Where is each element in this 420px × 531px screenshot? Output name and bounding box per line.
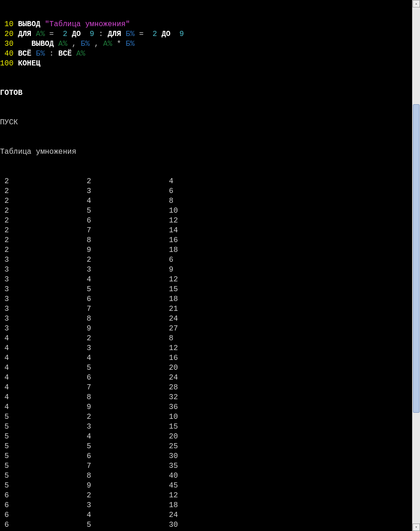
col-c: 24 xyxy=(164,510,178,520)
table-row: 3 8 24 xyxy=(0,314,412,324)
col-a: 6 xyxy=(0,520,82,530)
col-c: 16 xyxy=(164,236,178,245)
col-a: 4 xyxy=(0,334,82,344)
code-token: = xyxy=(135,30,152,38)
code-token: А% xyxy=(76,50,85,58)
col-a: 3 xyxy=(0,265,82,275)
table-row: 4 6 24 xyxy=(0,373,412,383)
code-token: Б% xyxy=(126,40,135,48)
col-c: 40 xyxy=(164,471,178,481)
col-c: 4 xyxy=(164,177,173,187)
col-a: 3 xyxy=(0,294,82,304)
table-row: 2 7 14 xyxy=(0,226,412,236)
col-a: 3 xyxy=(0,275,82,285)
table-row: 5 4 20 xyxy=(0,432,412,442)
code-token: А% xyxy=(103,40,112,48)
col-c: 18 xyxy=(164,294,178,304)
col-c: 36 xyxy=(164,402,178,412)
col-b: 2 xyxy=(82,491,164,501)
col-c: 8 xyxy=(164,196,173,206)
col-b: 3 xyxy=(82,501,164,510)
col-a: 5 xyxy=(0,461,82,471)
table-row: 4 3 12 xyxy=(0,344,412,353)
col-c: 21 xyxy=(164,304,178,314)
scroll-up-button[interactable]: ▴ xyxy=(413,0,420,7)
scroll-down-button[interactable]: ▾ xyxy=(413,524,420,531)
col-c: 12 xyxy=(164,275,178,285)
code-line: 30 ВЫВОД А% , Б% , А% * Б% xyxy=(0,39,412,49)
col-b: 4 xyxy=(82,432,164,442)
col-b: 7 xyxy=(82,383,164,393)
col-c: 12 xyxy=(164,491,178,501)
col-c: 35 xyxy=(164,461,178,471)
col-a: 2 xyxy=(0,187,82,196)
col-c: 16 xyxy=(164,353,178,363)
table-row: 6 3 18 xyxy=(0,501,412,510)
scrollbar-track[interactable] xyxy=(413,7,420,524)
table-row: 3 9 27 xyxy=(0,324,412,334)
col-a: 6 xyxy=(0,510,82,520)
col-b: 2 xyxy=(82,255,164,265)
table-row: 3 6 18 xyxy=(0,294,412,304)
vertical-scrollbar[interactable]: ▴ ▾ xyxy=(412,0,420,531)
col-c: 30 xyxy=(164,520,178,530)
col-c: 10 xyxy=(164,412,178,422)
table-row: 5 6 30 xyxy=(0,452,412,461)
code-token: ДО xyxy=(67,30,90,38)
table-row: 6 2 12 xyxy=(0,491,412,501)
terminal-output: 10 ВЫВОД "Таблица умножения" 20 ДЛЯ А% =… xyxy=(0,0,412,531)
code-token: : xyxy=(45,50,58,58)
col-b: 5 xyxy=(82,206,164,216)
col-b: 8 xyxy=(82,236,164,245)
table-row: 5 5 25 xyxy=(0,442,412,452)
code-token: 2 xyxy=(152,30,157,38)
col-c: 6 xyxy=(164,187,173,196)
col-a: 4 xyxy=(0,402,82,412)
col-c: 24 xyxy=(164,373,178,383)
col-a: 2 xyxy=(0,177,82,187)
table-row: 2 6 12 xyxy=(0,216,412,226)
code-token: , xyxy=(90,40,103,48)
col-a: 4 xyxy=(0,393,82,402)
code-token: 9 xyxy=(90,30,94,38)
col-a: 4 xyxy=(0,353,82,363)
table-row: 2 4 8 xyxy=(0,196,412,206)
table-row: 3 3 9 xyxy=(0,265,412,275)
col-a: 6 xyxy=(0,491,82,501)
col-b: 3 xyxy=(82,265,164,275)
code-token: КОНЕЦ xyxy=(18,59,40,68)
code-token: * xyxy=(112,40,126,48)
code-token: ДЛЯ xyxy=(18,30,36,38)
table-row: 4 7 28 xyxy=(0,383,412,393)
ready-prompt: ГОТОВ xyxy=(0,88,412,98)
scrollbar-thumb[interactable] xyxy=(413,104,420,413)
col-a: 5 xyxy=(0,452,82,461)
col-c: 27 xyxy=(164,324,178,334)
code-line: 100 КОНЕЦ xyxy=(0,59,412,69)
code-token: , xyxy=(67,40,81,48)
col-b: 7 xyxy=(82,226,164,236)
code-token: Б% xyxy=(81,40,90,48)
col-c: 10 xyxy=(164,206,178,216)
col-a: 5 xyxy=(0,481,82,491)
table-row: 5 3 15 xyxy=(0,422,412,432)
code-token: 2 xyxy=(63,30,67,38)
table-row: 4 2 8 xyxy=(0,334,412,344)
col-a: 6 xyxy=(0,501,82,510)
code-token: Б% xyxy=(36,50,45,58)
col-c: 14 xyxy=(164,226,178,236)
data-rows: 2 2 4 2 3 6 2 4 8 2 5 10 2 6 12 2 7 14 2… xyxy=(0,177,412,531)
table-row: 6 4 24 xyxy=(0,510,412,520)
col-a: 3 xyxy=(0,255,82,265)
col-c: 9 xyxy=(164,265,173,275)
line-number: 100 xyxy=(0,59,18,68)
col-b: 8 xyxy=(82,314,164,324)
table-row: 2 9 18 xyxy=(0,245,412,255)
code-token: ВСЁ xyxy=(18,50,36,58)
col-c: 30 xyxy=(164,452,178,461)
col-b: 9 xyxy=(82,402,164,412)
col-b: 5 xyxy=(82,520,164,530)
col-a: 2 xyxy=(0,216,82,226)
col-b: 7 xyxy=(82,461,164,471)
col-a: 4 xyxy=(0,344,82,353)
